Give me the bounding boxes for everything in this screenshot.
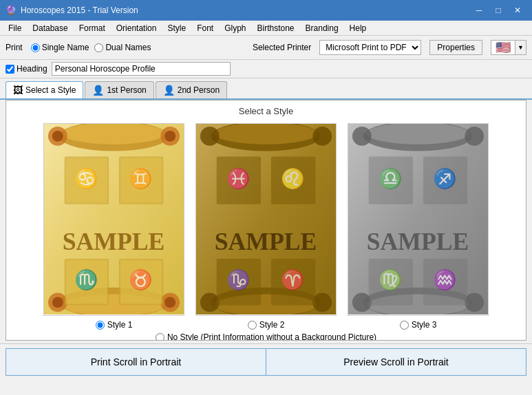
style-1-svg: ♋ ♊ SAMPLE ♏ ♉ xyxy=(44,124,184,314)
svg-text:♍: ♍ xyxy=(379,268,403,291)
2nd-person-icon: 👤 xyxy=(163,85,175,96)
dual-names-radio[interactable] xyxy=(94,43,103,52)
svg-text:♎: ♎ xyxy=(379,167,403,190)
print-toolbar: Print Single Name Dual Names Selected Pr… xyxy=(0,36,532,60)
svg-point-49 xyxy=(352,127,372,146)
svg-point-12 xyxy=(164,297,175,308)
single-name-option[interactable]: Single Name xyxy=(31,43,89,52)
svg-text:SAMPLE: SAMPLE xyxy=(63,228,164,255)
no-style-label: No Style (Print Information without a Ba… xyxy=(167,332,376,341)
svg-point-52 xyxy=(465,293,484,312)
svg-point-8 xyxy=(164,131,175,142)
name-mode-group: Single Name Dual Names xyxy=(31,43,151,52)
properties-button[interactable]: Properties xyxy=(429,40,482,55)
close-button[interactable]: ✕ xyxy=(509,3,526,17)
tab-bar: 🖼 Select a Style 👤 1st Person 👤 2nd Pers… xyxy=(0,78,532,100)
svg-text:♊: ♊ xyxy=(129,167,153,190)
styles-title: Select a Style xyxy=(239,106,294,116)
style-3-item: ♎ ♐ SAMPLE ♍ ♒ Style 3 xyxy=(348,123,489,330)
select-style-icon: 🖼 xyxy=(13,85,23,96)
svg-text:♒: ♒ xyxy=(433,268,457,291)
maximize-button[interactable]: □ xyxy=(489,3,507,17)
heading-row: Heading xyxy=(0,60,532,78)
heading-input[interactable] xyxy=(52,62,231,76)
title-bar: 🔮 Horoscopes 2015 - Trial Version ─ □ ✕ xyxy=(0,0,532,21)
style-3-radio-label[interactable]: Style 3 xyxy=(400,320,437,330)
svg-point-33 xyxy=(200,293,220,312)
1st-person-icon: 👤 xyxy=(92,85,104,96)
style-2-radio-label[interactable]: Style 2 xyxy=(248,320,285,330)
menu-database[interactable]: Database xyxy=(27,22,73,34)
svg-text:♈: ♈ xyxy=(281,268,305,291)
app-icon: 🔮 xyxy=(6,5,17,16)
print-label: Print xyxy=(6,43,23,52)
style-2-radio[interactable] xyxy=(248,321,257,330)
style-2-image[interactable]: ♓ ♌ SAMPLE ♑ ♈ xyxy=(195,123,337,316)
main-panel: Select a Style xyxy=(6,100,526,341)
svg-point-31 xyxy=(200,127,220,146)
svg-text:♓: ♓ xyxy=(226,167,251,190)
flag-button[interactable]: 🇺🇸 xyxy=(491,40,515,55)
menu-birthstone[interactable]: Birthstone xyxy=(252,22,300,34)
menu-font[interactable]: Font xyxy=(191,22,219,34)
dual-names-option[interactable]: Dual Names xyxy=(94,43,151,52)
menu-branding[interactable]: Branding xyxy=(300,22,344,34)
style-1-label: Style 1 xyxy=(107,320,133,330)
svg-point-34 xyxy=(312,293,332,312)
minimize-button[interactable]: ─ xyxy=(470,3,488,17)
menu-format[interactable]: Format xyxy=(74,22,111,34)
svg-point-32 xyxy=(312,127,332,146)
svg-text:♑: ♑ xyxy=(226,268,251,291)
tab-2nd-person-label: 2nd Person xyxy=(178,85,220,95)
heading-label: Heading xyxy=(17,64,47,74)
flag-dropdown[interactable]: 🇺🇸 ▼ xyxy=(491,40,526,55)
tab-select-style-label: Select a Style xyxy=(25,85,76,95)
svg-text:♉: ♉ xyxy=(129,268,153,291)
preview-portrait-button[interactable]: Preview Scroll in Portrait xyxy=(266,348,526,376)
svg-text:SAMPLE: SAMPLE xyxy=(215,228,317,255)
heading-checkbox[interactable] xyxy=(6,65,14,74)
dual-names-label: Dual Names xyxy=(105,43,151,52)
single-name-label: Single Name xyxy=(42,43,89,52)
svg-text:SAMPLE: SAMPLE xyxy=(367,228,469,255)
flag-dropdown-arrow[interactable]: ▼ xyxy=(515,40,526,55)
tab-select-style[interactable]: 🖼 Select a Style xyxy=(6,81,83,98)
no-style-radio[interactable] xyxy=(156,333,164,341)
tab-1st-person[interactable]: 👤 1st Person xyxy=(85,81,153,98)
menu-orientation[interactable]: Orientation xyxy=(111,22,162,34)
style-1-image[interactable]: ♋ ♊ SAMPLE ♏ ♉ xyxy=(43,123,184,316)
window-title: Horoscopes 2015 - Trial Version xyxy=(21,6,138,15)
style-1-item: ♋ ♊ SAMPLE ♏ ♉ Style 1 xyxy=(43,123,184,330)
style-3-radio[interactable] xyxy=(400,321,409,330)
no-style-option[interactable]: No Style (Print Information without a Ba… xyxy=(156,332,376,341)
svg-text:♏: ♏ xyxy=(74,268,98,291)
menu-help[interactable]: Help xyxy=(344,22,372,34)
menu-bar: File Database Format Orientation Style F… xyxy=(0,21,532,36)
print-portrait-button[interactable]: Print Scroll in Portrait xyxy=(6,348,266,376)
style-3-label: Style 3 xyxy=(412,320,437,330)
tab-1st-person-label: 1st Person xyxy=(107,85,146,95)
styles-row: ♋ ♊ SAMPLE ♏ ♉ Style 1 xyxy=(43,123,489,330)
menu-style[interactable]: Style xyxy=(162,22,191,34)
svg-text:♐: ♐ xyxy=(433,167,457,190)
style-1-radio-label[interactable]: Style 1 xyxy=(96,320,133,330)
style-2-label: Style 2 xyxy=(259,320,285,330)
svg-point-10 xyxy=(52,297,63,308)
style-3-image[interactable]: ♎ ♐ SAMPLE ♍ ♒ xyxy=(348,123,489,316)
style-2-svg: ♓ ♌ SAMPLE ♑ ♈ xyxy=(196,124,336,314)
svg-text:♋: ♋ xyxy=(74,167,98,190)
svg-point-51 xyxy=(352,293,372,312)
single-name-radio[interactable] xyxy=(31,43,40,52)
tab-2nd-person[interactable]: 👤 2nd Person xyxy=(156,81,227,98)
style-1-radio[interactable] xyxy=(96,321,105,330)
style-2-item: ♓ ♌ SAMPLE ♑ ♈ Style 2 xyxy=(195,123,337,330)
bottom-bar: Print Scroll in Portrait Preview Scroll … xyxy=(0,343,532,380)
menu-file[interactable]: File xyxy=(3,22,27,34)
svg-point-6 xyxy=(52,131,63,142)
svg-point-50 xyxy=(465,127,484,146)
style-3-svg: ♎ ♐ SAMPLE ♍ ♒ xyxy=(348,124,488,314)
printer-section-label: Selected Printer xyxy=(253,43,311,52)
menu-glyph[interactable]: Glyph xyxy=(219,22,251,34)
printer-select[interactable]: Microsoft Print to PDF xyxy=(319,40,421,55)
heading-checkbox-label[interactable]: Heading xyxy=(6,64,47,74)
